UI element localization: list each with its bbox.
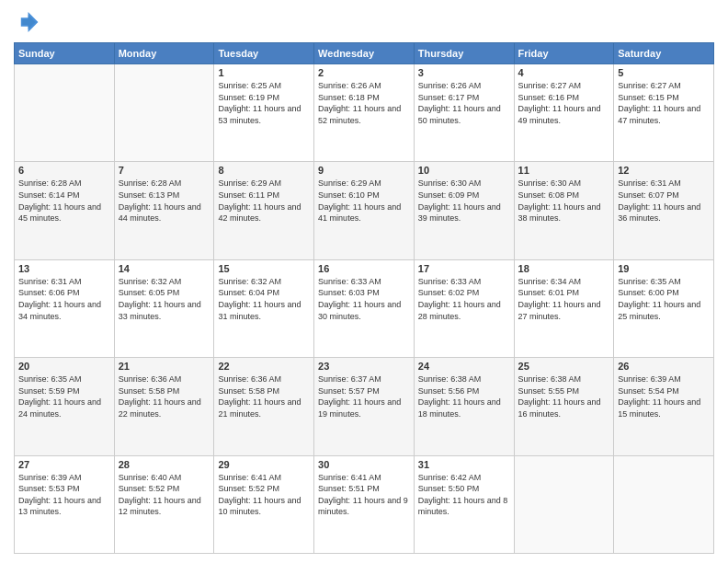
- day-number: 2: [318, 67, 410, 78]
- calendar-cell: 1Sunrise: 6:25 AM Sunset: 6:19 PM Daylig…: [214, 64, 314, 162]
- day-number: 27: [18, 459, 110, 470]
- calendar-cell: 22Sunrise: 6:36 AM Sunset: 5:58 PM Dayli…: [214, 358, 314, 455]
- day-info: Sunrise: 6:31 AM Sunset: 6:06 PM Dayligh…: [18, 276, 110, 322]
- day-number: 17: [418, 263, 510, 274]
- day-info: Sunrise: 6:41 AM Sunset: 5:51 PM Dayligh…: [318, 472, 410, 518]
- calendar-cell: 31Sunrise: 6:42 AM Sunset: 5:50 PM Dayli…: [414, 455, 514, 553]
- calendar-cell: 2Sunrise: 6:26 AM Sunset: 6:18 PM Daylig…: [314, 64, 415, 162]
- calendar-cell: 11Sunrise: 6:30 AM Sunset: 6:08 PM Dayli…: [514, 162, 614, 259]
- calendar-cell: 29Sunrise: 6:41 AM Sunset: 5:52 PM Dayli…: [214, 455, 314, 553]
- day-number: 3: [418, 67, 510, 78]
- day-info: Sunrise: 6:39 AM Sunset: 5:54 PM Dayligh…: [618, 373, 710, 419]
- calendar-cell: [514, 455, 614, 553]
- day-info: Sunrise: 6:30 AM Sunset: 6:09 PM Dayligh…: [418, 178, 510, 224]
- calendar-cell: 18Sunrise: 6:34 AM Sunset: 6:01 PM Dayli…: [514, 259, 614, 357]
- calendar-header-friday: Friday: [514, 43, 614, 64]
- calendar-cell: [15, 64, 115, 162]
- calendar-cell: 13Sunrise: 6:31 AM Sunset: 6:06 PM Dayli…: [15, 259, 115, 357]
- calendar-table: SundayMondayTuesdayWednesdayThursdayFrid…: [14, 42, 714, 554]
- calendar-header-row: SundayMondayTuesdayWednesdayThursdayFrid…: [15, 43, 714, 64]
- calendar-header-saturday: Saturday: [614, 43, 714, 64]
- day-number: 10: [418, 165, 510, 176]
- day-number: 22: [218, 361, 310, 372]
- calendar-cell: 8Sunrise: 6:29 AM Sunset: 6:11 PM Daylig…: [214, 162, 314, 259]
- svg-marker-1: [22, 15, 35, 29]
- day-number: 26: [618, 361, 710, 372]
- calendar-cell: 19Sunrise: 6:35 AM Sunset: 6:00 PM Dayli…: [614, 259, 714, 357]
- day-number: 15: [218, 263, 310, 274]
- day-info: Sunrise: 6:39 AM Sunset: 5:53 PM Dayligh…: [18, 472, 110, 518]
- day-info: Sunrise: 6:32 AM Sunset: 6:04 PM Dayligh…: [218, 276, 310, 322]
- day-info: Sunrise: 6:37 AM Sunset: 5:57 PM Dayligh…: [318, 373, 410, 419]
- day-number: 18: [518, 263, 610, 274]
- day-info: Sunrise: 6:33 AM Sunset: 6:03 PM Dayligh…: [318, 276, 410, 322]
- day-info: Sunrise: 6:32 AM Sunset: 6:05 PM Dayligh…: [119, 276, 210, 322]
- day-info: Sunrise: 6:25 AM Sunset: 6:19 PM Dayligh…: [218, 80, 310, 126]
- day-info: Sunrise: 6:35 AM Sunset: 5:59 PM Dayligh…: [18, 373, 110, 419]
- day-info: Sunrise: 6:29 AM Sunset: 6:10 PM Dayligh…: [318, 178, 410, 224]
- logo: [14, 9, 41, 35]
- day-info: Sunrise: 6:40 AM Sunset: 5:52 PM Dayligh…: [119, 472, 210, 518]
- day-info: Sunrise: 6:29 AM Sunset: 6:11 PM Dayligh…: [218, 178, 310, 224]
- calendar-cell: 28Sunrise: 6:40 AM Sunset: 5:52 PM Dayli…: [114, 455, 214, 553]
- day-number: 6: [18, 165, 110, 176]
- calendar-header-tuesday: Tuesday: [214, 43, 314, 64]
- calendar-cell: 3Sunrise: 6:26 AM Sunset: 6:17 PM Daylig…: [414, 64, 514, 162]
- calendar-cell: 25Sunrise: 6:38 AM Sunset: 5:55 PM Dayli…: [514, 358, 614, 455]
- day-info: Sunrise: 6:28 AM Sunset: 6:13 PM Dayligh…: [119, 178, 210, 224]
- calendar-cell: 26Sunrise: 6:39 AM Sunset: 5:54 PM Dayli…: [614, 358, 714, 455]
- day-number: 16: [318, 263, 410, 274]
- calendar-week-row: 1Sunrise: 6:25 AM Sunset: 6:19 PM Daylig…: [15, 64, 714, 162]
- header: [14, 9, 714, 35]
- day-number: 19: [618, 263, 710, 274]
- day-info: Sunrise: 6:38 AM Sunset: 5:55 PM Dayligh…: [518, 373, 610, 419]
- day-info: Sunrise: 6:28 AM Sunset: 6:14 PM Dayligh…: [18, 178, 110, 224]
- calendar-cell: 14Sunrise: 6:32 AM Sunset: 6:05 PM Dayli…: [114, 259, 214, 357]
- calendar-cell: 5Sunrise: 6:27 AM Sunset: 6:15 PM Daylig…: [614, 64, 714, 162]
- day-number: 25: [518, 361, 610, 372]
- day-number: 31: [418, 459, 510, 470]
- day-info: Sunrise: 6:36 AM Sunset: 5:58 PM Dayligh…: [119, 373, 210, 419]
- calendar-header-sunday: Sunday: [15, 43, 115, 64]
- calendar-header-wednesday: Wednesday: [314, 43, 415, 64]
- day-number: 11: [518, 165, 610, 176]
- calendar-cell: 15Sunrise: 6:32 AM Sunset: 6:04 PM Dayli…: [214, 259, 314, 357]
- calendar-week-row: 6Sunrise: 6:28 AM Sunset: 6:14 PM Daylig…: [15, 162, 714, 259]
- day-info: Sunrise: 6:26 AM Sunset: 6:17 PM Dayligh…: [418, 80, 510, 126]
- calendar-cell: 30Sunrise: 6:41 AM Sunset: 5:51 PM Dayli…: [314, 455, 415, 553]
- calendar-cell: 20Sunrise: 6:35 AM Sunset: 5:59 PM Dayli…: [15, 358, 115, 455]
- logo-icon: [14, 9, 40, 35]
- day-info: Sunrise: 6:26 AM Sunset: 6:18 PM Dayligh…: [318, 80, 410, 126]
- day-info: Sunrise: 6:27 AM Sunset: 6:15 PM Dayligh…: [618, 80, 710, 126]
- day-info: Sunrise: 6:33 AM Sunset: 6:02 PM Dayligh…: [418, 276, 510, 322]
- day-number: 7: [119, 165, 210, 176]
- day-number: 24: [418, 361, 510, 372]
- calendar-cell: 7Sunrise: 6:28 AM Sunset: 6:13 PM Daylig…: [114, 162, 214, 259]
- day-number: 20: [18, 361, 110, 372]
- day-number: 13: [18, 263, 110, 274]
- day-number: 8: [218, 165, 310, 176]
- day-number: 21: [119, 361, 210, 372]
- calendar-cell: [114, 64, 214, 162]
- day-info: Sunrise: 6:38 AM Sunset: 5:56 PM Dayligh…: [418, 373, 510, 419]
- day-number: 28: [119, 459, 210, 470]
- day-info: Sunrise: 6:27 AM Sunset: 6:16 PM Dayligh…: [518, 80, 610, 126]
- day-number: 29: [218, 459, 310, 470]
- calendar-week-row: 27Sunrise: 6:39 AM Sunset: 5:53 PM Dayli…: [15, 455, 714, 553]
- day-number: 23: [318, 361, 410, 372]
- day-number: 1: [218, 67, 310, 78]
- calendar-cell: 9Sunrise: 6:29 AM Sunset: 6:10 PM Daylig…: [314, 162, 415, 259]
- day-info: Sunrise: 6:30 AM Sunset: 6:08 PM Dayligh…: [518, 178, 610, 224]
- day-info: Sunrise: 6:34 AM Sunset: 6:01 PM Dayligh…: [518, 276, 610, 322]
- calendar-cell: 4Sunrise: 6:27 AM Sunset: 6:16 PM Daylig…: [514, 64, 614, 162]
- calendar-cell: 24Sunrise: 6:38 AM Sunset: 5:56 PM Dayli…: [414, 358, 514, 455]
- day-number: 9: [318, 165, 410, 176]
- day-number: 14: [119, 263, 210, 274]
- calendar-week-row: 20Sunrise: 6:35 AM Sunset: 5:59 PM Dayli…: [15, 358, 714, 455]
- calendar-cell: [614, 455, 714, 553]
- calendar-cell: 10Sunrise: 6:30 AM Sunset: 6:09 PM Dayli…: [414, 162, 514, 259]
- day-number: 12: [618, 165, 710, 176]
- calendar-cell: 16Sunrise: 6:33 AM Sunset: 6:03 PM Dayli…: [314, 259, 415, 357]
- day-number: 5: [618, 67, 710, 78]
- day-info: Sunrise: 6:41 AM Sunset: 5:52 PM Dayligh…: [218, 472, 310, 518]
